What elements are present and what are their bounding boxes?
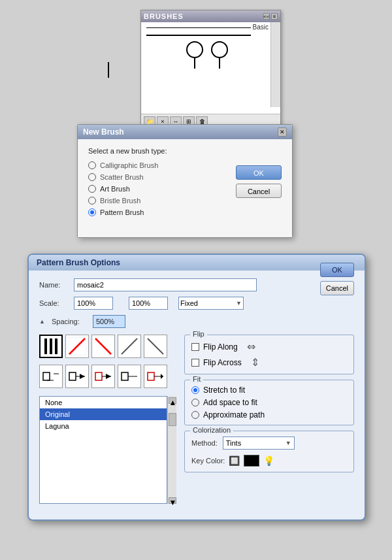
pattern-subtiles-row <box>39 365 176 388</box>
tile-3[interactable] <box>91 335 115 358</box>
subtile-1[interactable] <box>39 365 63 388</box>
new-brush-section-label: Select a new brush type: <box>88 147 282 155</box>
flip-along-label: Flip Along <box>203 342 238 352</box>
subtile-4[interactable] <box>118 365 141 388</box>
scrollbar-thumb[interactable] <box>169 413 176 426</box>
new-brush-radio-2[interactable] <box>88 185 96 193</box>
svg-rect-21 <box>122 372 128 380</box>
brushes-scrollbar[interactable] <box>270 22 280 107</box>
subtile-5[interactable] <box>144 365 167 388</box>
pattern-name-row: Name: OK Cancel <box>39 278 354 291</box>
pattern-fixed-dropdown[interactable]: Fixed ▼ <box>178 297 244 310</box>
fit-section-title: Fit <box>190 375 203 383</box>
new-brush-label-1: Scatter Brush <box>100 173 144 181</box>
new-brush-radio-4[interactable] <box>88 208 96 216</box>
brushes-basic-label: Basic <box>253 24 269 31</box>
svg-rect-1 <box>50 338 52 354</box>
svg-rect-15 <box>69 372 76 380</box>
new-brush-radio-3[interactable] <box>88 197 96 205</box>
brushes-titlebar: BRUSHES << ≡ <box>141 10 280 22</box>
brushes-title-buttons: << ≡ <box>263 13 278 20</box>
pattern-scale-input1[interactable] <box>74 297 113 310</box>
svg-rect-18 <box>95 372 102 380</box>
tile-2[interactable] <box>65 335 89 358</box>
keycolor-row: Key Color: 🔲 💡 <box>191 455 347 467</box>
svg-rect-12 <box>43 372 50 380</box>
listbox-item-original[interactable]: Original <box>40 408 167 420</box>
eyedropper-icon[interactable]: 🔲 <box>229 455 240 466</box>
listbox-item-laguna[interactable]: Laguna <box>40 420 167 432</box>
pattern-cancel-btn[interactable]: Cancel <box>320 281 354 295</box>
colorization-method-row: Method: Tints ▼ <box>191 436 347 450</box>
tile-4[interactable] <box>118 335 141 358</box>
stretch-label: Stretch to fit <box>203 386 245 395</box>
flip-across-row[interactable]: Flip Across ⇕ <box>191 356 347 369</box>
stretch-radio[interactable] <box>191 386 199 394</box>
pattern-listbox[interactable]: None Original Laguna <box>39 396 167 504</box>
text-cursor <box>108 62 109 78</box>
lightbulb-icon[interactable]: 💡 <box>263 455 274 466</box>
brushes-collapse-btn[interactable]: << <box>263 13 270 20</box>
pattern-left-panel: None Original Laguna ▲ ▼ <box>39 335 176 504</box>
method-dropdown-arrow: ▼ <box>286 440 291 446</box>
pattern-name-label: Name: <box>39 281 69 289</box>
brushes-panel: BRUSHES << ≡ Basic 📁 <box>140 10 281 129</box>
new-brush-radio-1[interactable] <box>88 173 96 181</box>
addspace-row[interactable]: Add space to fit <box>191 398 347 407</box>
brush-stroke-2 <box>146 35 251 36</box>
fixed-dropdown-arrow: ▼ <box>236 300 242 306</box>
pattern-titlebar: Pattern Brush Options <box>29 255 365 271</box>
pattern-tiles-row <box>39 335 176 358</box>
pattern-name-input[interactable] <box>74 278 257 291</box>
brush-icon-2 <box>211 41 228 69</box>
scrollbar-up-arrow[interactable]: ▲ <box>169 397 176 404</box>
tile-1[interactable] <box>39 335 63 358</box>
listbox-item-none[interactable]: None <box>40 397 167 408</box>
new-brush-label-0: Calligraphic Brush <box>100 161 158 169</box>
flip-along-row[interactable]: Flip Along ⇔ <box>191 340 347 353</box>
new-brush-body: Select a new brush type: Calligraphic Br… <box>78 139 292 237</box>
color-swatch[interactable] <box>244 455 259 467</box>
brush-icon-1 <box>186 41 203 69</box>
method-dropdown[interactable]: Tints ▼ <box>223 436 295 450</box>
subtile-3[interactable] <box>91 365 115 388</box>
pattern-spacing-input[interactable] <box>93 315 125 328</box>
flip-section-title: Flip <box>190 330 207 338</box>
brushes-icons <box>146 41 267 69</box>
pattern-scale-input2[interactable] <box>129 297 168 310</box>
new-brush-buttons: OK Cancel <box>236 165 282 198</box>
pattern-ok-btn[interactable]: OK <box>320 263 354 277</box>
new-brush-radio-0[interactable] <box>88 161 96 169</box>
pattern-dialog-buttons: OK Cancel <box>320 263 354 295</box>
tile-5[interactable] <box>144 335 167 358</box>
approx-label: Approximate path <box>203 410 265 420</box>
scrollbar-down-arrow[interactable]: ▼ <box>169 497 176 504</box>
svg-marker-17 <box>80 374 85 379</box>
new-brush-ok-btn[interactable]: OK <box>236 165 282 180</box>
listbox-scrollbar[interactable]: ▲ ▼ <box>167 396 176 504</box>
brushes-menu-btn[interactable]: ≡ <box>271 13 278 20</box>
flip-along-checkbox[interactable] <box>191 343 199 351</box>
stretch-row[interactable]: Stretch to fit <box>191 386 347 395</box>
pattern-title: Pattern Brush Options <box>37 258 120 267</box>
svg-marker-20 <box>106 374 111 379</box>
addspace-radio[interactable] <box>191 399 199 406</box>
approx-row[interactable]: Approximate path <box>191 410 347 420</box>
new-brush-cancel-btn[interactable]: Cancel <box>236 184 282 198</box>
pattern-right-panel: Flip Flip Along ⇔ Flip Across ⇕ Fit <box>184 335 354 504</box>
new-brush-close-btn[interactable]: ✕ <box>278 127 287 137</box>
addspace-label: Add space to fit <box>203 398 257 407</box>
flip-across-checkbox[interactable] <box>191 359 199 367</box>
fit-section: Fit Stretch to fit Add space to fit Appr… <box>184 380 354 425</box>
colorization-section-title: Colorization <box>190 426 233 434</box>
subtile-2[interactable] <box>65 365 89 388</box>
new-brush-titlebar: New Brush ✕ <box>78 125 292 139</box>
svg-rect-2 <box>55 338 57 354</box>
new-brush-option-4[interactable]: Pattern Brush <box>88 208 282 216</box>
flip-section: Flip Flip Along ⇔ Flip Across ⇕ <box>184 335 354 374</box>
brushes-title: BRUSHES <box>144 12 184 20</box>
svg-marker-25 <box>161 374 163 379</box>
brushes-content: Basic <box>141 22 280 114</box>
colorization-section: Colorization Method: Tints ▼ Key Color: … <box>184 431 354 472</box>
approx-radio[interactable] <box>191 411 199 419</box>
